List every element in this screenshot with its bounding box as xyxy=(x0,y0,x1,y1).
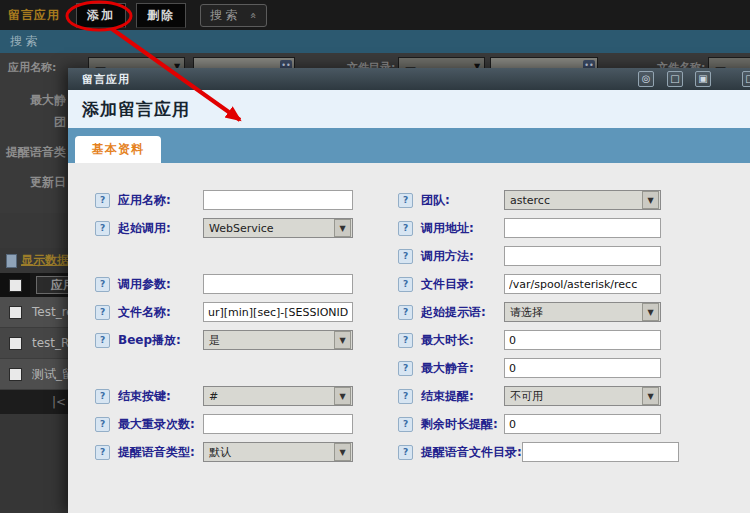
select-all-checkbox[interactable] xyxy=(9,279,22,292)
dropdown-arrow-icon[interactable]: ▼ xyxy=(334,331,351,349)
search-toggle-label: 搜 索 xyxy=(210,7,238,24)
prompt-voice-type-row: ?提醒语音类型:默认▼ xyxy=(95,441,353,463)
call-params-input[interactable] xyxy=(203,274,353,294)
call-params-label: 调用参数: xyxy=(118,276,203,293)
beep-play-select[interactable]: 是▼ xyxy=(203,330,353,350)
help-icon[interactable]: ? xyxy=(398,389,413,404)
file-name-input[interactable] xyxy=(203,302,353,322)
team-select[interactable]: astercc▼ xyxy=(504,190,661,210)
search-form-label: 更新日 xyxy=(0,174,66,191)
help-icon[interactable]: ? xyxy=(95,445,110,460)
help-icon[interactable]: ? xyxy=(95,417,110,432)
maximize-icon[interactable]: □ xyxy=(667,71,683,87)
prompt-voice-directory-label: 提醒语音文件目录: xyxy=(421,444,522,461)
end-reminder-label: 结束提醒: xyxy=(421,388,504,405)
header-checkbox-cell xyxy=(0,273,30,297)
close-icon[interactable]: □ xyxy=(742,71,750,87)
initial-call-select[interactable]: WebService▼ xyxy=(203,218,353,238)
tab-basic-info[interactable]: 基本资料 xyxy=(75,136,161,163)
help-icon[interactable]: ? xyxy=(398,417,413,432)
end-reminder-selected-value: 不可用 xyxy=(505,389,642,404)
initial-prompt-label: 起始提示语: xyxy=(421,304,504,321)
help-icon[interactable]: ? xyxy=(95,277,110,292)
end-key-select[interactable]: #▼ xyxy=(203,386,353,406)
app-name-input[interactable] xyxy=(203,190,353,210)
max-rerecord-row: ?最大重录次数: xyxy=(95,413,353,435)
prompt-voice-type-select[interactable]: 默认▼ xyxy=(203,442,353,462)
end-key-selected-value: # xyxy=(204,390,334,403)
app-name-label: 应用名称: xyxy=(118,192,203,209)
help-icon[interactable]: ? xyxy=(95,221,110,236)
document-icon xyxy=(6,254,17,268)
initial-prompt-row: ?起始提示语:请选择▼ xyxy=(398,301,661,323)
app-name-row: ?应用名称: xyxy=(95,189,353,211)
add-button[interactable]: 添加 xyxy=(76,3,126,28)
dialog-heading: 添加留言应用 xyxy=(82,98,190,121)
help-icon[interactable]: ? xyxy=(95,333,110,348)
module-tab[interactable]: 留言应用 xyxy=(8,7,60,24)
search-panel-header[interactable]: 搜 索 xyxy=(0,30,750,53)
row-checkbox[interactable] xyxy=(9,306,22,319)
dropdown-arrow-icon[interactable]: ▼ xyxy=(642,191,659,209)
dropdown-arrow-icon[interactable]: ▼ xyxy=(642,387,659,405)
help-icon[interactable]: ? xyxy=(398,221,413,236)
help-icon[interactable]: ? xyxy=(398,277,413,292)
search-form-label: 提醒语音类 xyxy=(0,144,66,161)
file-directory-input[interactable] xyxy=(504,274,661,294)
help-icon[interactable]: ? xyxy=(398,333,413,348)
page: 留言应用 添加 删除 搜 索 « 搜 索 应用名称: — ▼ •• 文件目录: … xyxy=(0,0,750,513)
initial-call-label: 起始调用: xyxy=(118,220,203,237)
prompt-voice-directory-row: ?提醒语音文件目录: xyxy=(398,441,679,463)
help-icon[interactable]: ? xyxy=(95,305,110,320)
file-directory-label: 文件目录: xyxy=(421,276,504,293)
dropdown-arrow-icon[interactable]: ▼ xyxy=(334,219,351,237)
prompt-voice-type-label: 提醒语音类型: xyxy=(118,444,203,461)
max-rerecord-input[interactable] xyxy=(203,414,353,434)
max-silence-input[interactable] xyxy=(504,358,661,378)
initial-prompt-selected-value: 请选择 xyxy=(505,305,642,320)
dropdown-arrow-icon[interactable]: ▼ xyxy=(334,443,351,461)
help-icon[interactable]: ? xyxy=(398,305,413,320)
remaining-time-reminder-row: ?剩余时长提醒: xyxy=(398,413,661,435)
pagination-first-button[interactable]: |< xyxy=(52,395,66,409)
call-address-row: ?调用地址: xyxy=(398,217,661,239)
help-icon[interactable]: ? xyxy=(95,193,110,208)
call-method-input[interactable] xyxy=(504,246,661,266)
max-silence-row: ?最大静音: xyxy=(398,357,661,379)
max-duration-row: ?最大时长: xyxy=(398,329,661,351)
app-name-filter-label: 应用名称: xyxy=(8,60,56,75)
call-address-input[interactable] xyxy=(504,218,661,238)
search-toggle-button[interactable]: 搜 索 « xyxy=(200,4,267,27)
initial-prompt-select[interactable]: 请选择▼ xyxy=(504,302,661,322)
help-icon[interactable]: ? xyxy=(95,389,110,404)
help-icon[interactable]: ? xyxy=(398,249,413,264)
search-form-label: 团 xyxy=(0,114,66,131)
dialog-form: ?应用名称:?起始调用:WebService▼?调用参数:?文件名称:?Beep… xyxy=(68,163,750,513)
row-checkbox[interactable] xyxy=(9,337,22,350)
call-method-label: 调用方法: xyxy=(421,248,504,265)
remaining-time-reminder-input[interactable] xyxy=(504,414,661,434)
end-reminder-select[interactable]: 不可用▼ xyxy=(504,386,661,406)
reload-icon[interactable]: ◎ xyxy=(638,71,654,87)
call-address-label: 调用地址: xyxy=(421,220,504,237)
show-data-link[interactable]: 显示数据 xyxy=(6,252,69,269)
help-icon[interactable]: ? xyxy=(398,445,413,460)
beep-play-label: Beep播放: xyxy=(118,332,203,349)
restore-icon[interactable]: ▣ xyxy=(695,71,711,87)
help-icon[interactable]: ? xyxy=(398,361,413,376)
toolbar: 留言应用 添加 删除 搜 索 « xyxy=(0,0,750,30)
delete-button[interactable]: 删除 xyxy=(136,3,186,28)
dropdown-arrow-icon[interactable]: ▼ xyxy=(642,303,659,321)
dialog-titlebar[interactable]: 留言应用 ◎□▣□ xyxy=(68,68,750,90)
max-silence-label: 最大静音: xyxy=(421,360,504,377)
end-key-label: 结束按键: xyxy=(118,388,203,405)
dropdown-arrow-icon[interactable]: ▼ xyxy=(334,387,351,405)
max-rerecord-label: 最大重录次数: xyxy=(118,416,203,433)
help-icon[interactable]: ? xyxy=(398,193,413,208)
file-directory-row: ?文件目录: xyxy=(398,273,661,295)
max-duration-input[interactable] xyxy=(504,330,661,350)
row-checkbox[interactable] xyxy=(9,368,22,381)
dialog-header: 添加留言应用 xyxy=(68,90,750,128)
prompt-voice-directory-input[interactable] xyxy=(522,442,679,462)
call-method-row: ?调用方法: xyxy=(398,245,661,267)
